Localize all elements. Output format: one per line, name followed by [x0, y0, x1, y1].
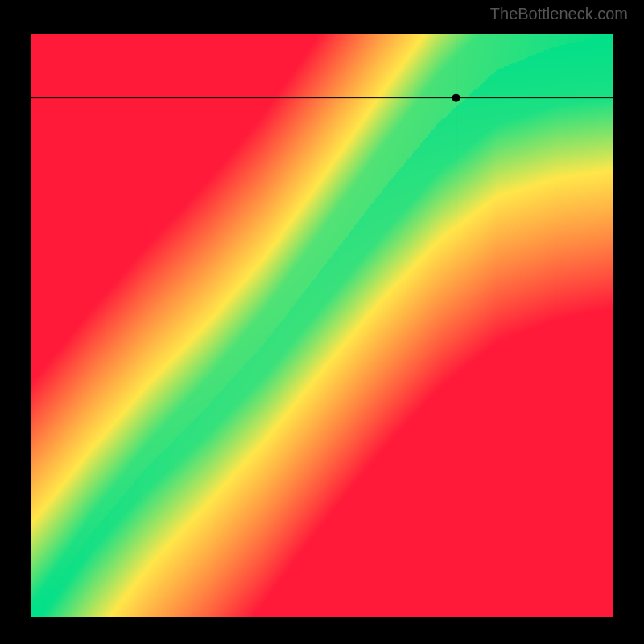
chart-container: TheBottleneck.com: [0, 0, 644, 644]
bottleneck-heatmap: [0, 0, 644, 644]
attribution-label: TheBottleneck.com: [490, 5, 628, 23]
